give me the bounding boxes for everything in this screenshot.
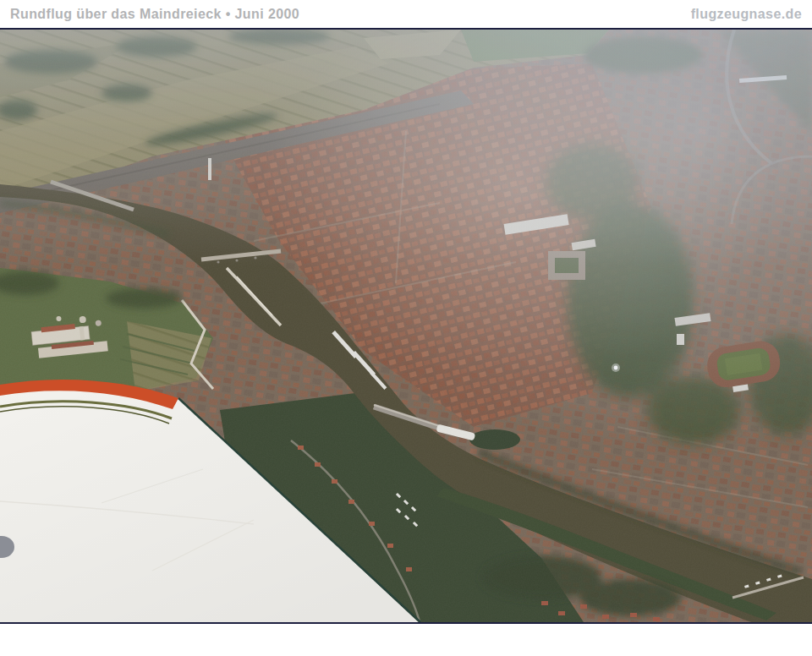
aerial-photo (0, 28, 812, 624)
page: Rundflug über das Maindreieck • Juni 200… (0, 0, 812, 656)
site-link[interactable]: flugzeugnase.de (691, 7, 802, 22)
header-bar: Rundflug über das Maindreieck • Juni 200… (0, 0, 812, 28)
aerial-photo-svg (0, 30, 812, 622)
footer-band (0, 624, 812, 656)
page-title: Rundflug über das Maindreieck • Juni 200… (10, 7, 299, 22)
